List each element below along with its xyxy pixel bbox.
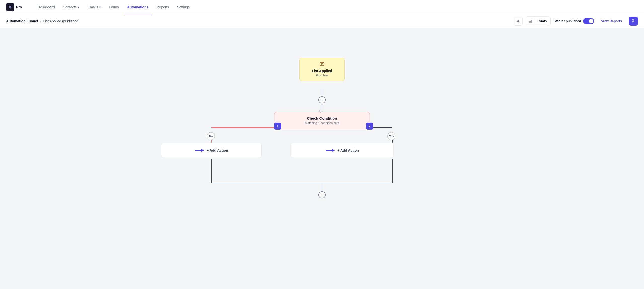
trigger-subtitle: Pro User [304, 74, 340, 77]
condition-node[interactable]: Check Condition Matching 1 condition set… [274, 112, 370, 129]
logo[interactable]: Pro [6, 3, 22, 11]
add-action-bottom-circle[interactable]: + [318, 191, 326, 198]
stats-label-btn[interactable]: Stats [535, 18, 550, 24]
toggle-knob [589, 19, 593, 23]
nav-dashboard[interactable]: Dashboard [34, 3, 58, 11]
breadcrumb: Automation Funnel / List Applied (publis… [6, 19, 514, 23]
svg-point-0 [518, 20, 519, 22]
yes-branch-label: Yes [387, 132, 395, 140]
cursor-icon: ↖ [318, 109, 322, 114]
status-label: Status: published [554, 19, 581, 23]
chevron-down-icon: ▾ [99, 5, 101, 9]
nav-automations[interactable]: Automations [124, 3, 152, 11]
breadcrumb-parent: Automation Funnel [6, 19, 38, 23]
badge-1: 1 [274, 123, 281, 130]
nav-settings[interactable]: Settings [173, 3, 193, 11]
chevron-down-icon: ▾ [78, 5, 79, 9]
logo-text: Pro [16, 5, 22, 9]
svg-marker-18 [201, 149, 204, 152]
status-toggle[interactable] [583, 18, 594, 24]
add-action-right[interactable]: + Add Action [291, 143, 394, 158]
svg-rect-1 [529, 21, 530, 23]
stats-toggle[interactable]: Stats [526, 16, 551, 26]
svg-marker-20 [332, 149, 335, 152]
automation-canvas: List Applied Pro User + ↖ Check Conditio… [0, 28, 644, 289]
top-navigation: Pro Dashboard Contacts ▾ Emails ▾ Forms … [0, 0, 644, 14]
logo-icon [6, 3, 14, 11]
breadcrumb-separator: / [40, 19, 41, 23]
trigger-title: List Applied [304, 69, 340, 73]
condition-subtitle: Matching 1 condition sets [280, 121, 364, 125]
svg-rect-14 [320, 63, 324, 66]
subheader: Automation Funnel / List Applied (publis… [0, 14, 644, 28]
nav-reports[interactable]: Reports [153, 3, 172, 11]
nav-emails[interactable]: Emails ▾ [84, 3, 104, 11]
add-action-left[interactable]: + Add Action [161, 143, 262, 158]
nav-links: Dashboard Contacts ▾ Emails ▾ Forms Auto… [34, 3, 638, 11]
status-area: Status: published [554, 18, 594, 24]
no-branch-label: No [207, 132, 215, 140]
settings-button[interactable] [514, 17, 523, 26]
breadcrumb-child: List Applied (published) [43, 19, 79, 23]
add-action-top-circle[interactable]: + [318, 96, 326, 103]
view-reports-button[interactable]: View Reports [597, 17, 626, 25]
badge-2: 2 [366, 123, 373, 130]
add-action-right-label: + Add Action [337, 148, 359, 152]
trigger-icon [304, 62, 340, 68]
arrow-right-icon [325, 148, 335, 153]
arrow-left-icon [194, 148, 205, 153]
nav-forms[interactable]: Forms [105, 3, 123, 11]
condition-title: Check Condition [280, 116, 364, 120]
nav-contacts[interactable]: Contacts ▾ [59, 3, 83, 11]
trigger-node[interactable]: List Applied Pro User [299, 58, 345, 81]
svg-rect-3 [531, 20, 532, 23]
flag-button[interactable] [629, 17, 638, 26]
svg-rect-2 [530, 21, 531, 23]
subheader-actions: Stats Status: published View Reports [514, 16, 638, 26]
stats-icon-btn[interactable] [526, 17, 535, 26]
add-action-left-label: + Add Action [207, 148, 228, 152]
